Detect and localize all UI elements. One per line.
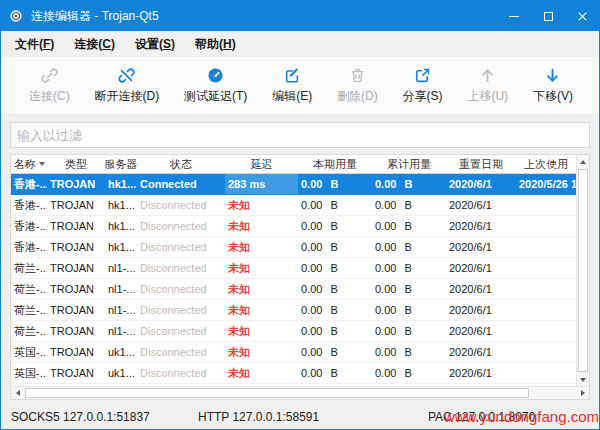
cell-type: TROJAN — [47, 237, 105, 257]
column-header-2[interactable]: 服务器 — [105, 155, 137, 173]
table-row[interactable]: 香港-...TROJANhk1...Disconnected未知0.00B0.0… — [11, 216, 576, 237]
column-header-7[interactable]: 重置日期 — [446, 155, 516, 173]
usage-unit: B — [330, 220, 337, 232]
cell-type: TROJAN — [47, 258, 105, 278]
column-header-5[interactable]: 本期用量 — [298, 155, 372, 173]
cell-latency: 未知 — [225, 279, 298, 299]
toolbar-button-share[interactable]: 分享(S) — [403, 67, 443, 105]
close-button[interactable] — [565, 1, 599, 31]
usage-unit: B — [404, 220, 411, 232]
cell-period-usage: 0.00B — [298, 300, 372, 320]
scroll-up-icon[interactable] — [577, 155, 589, 168]
scroll-left-icon[interactable] — [11, 387, 24, 399]
cell-status: Disconnected — [137, 342, 225, 362]
menu-item-c[interactable]: 连接(C) — [64, 31, 125, 57]
cell-server: hk1... — [105, 174, 137, 194]
column-header-0[interactable]: 名称 — [11, 155, 47, 173]
cell-reset-date: 2020/6/1 — [446, 258, 516, 278]
table-row[interactable]: 荷兰-...TROJANnl1-...Disconnected未知0.00B0.… — [11, 321, 576, 342]
maximize-button[interactable] — [531, 1, 565, 31]
column-header-label: 重置日期 — [459, 157, 503, 172]
menubar: 文件(F)连接(C)设置(S)帮助(H) — [1, 31, 599, 57]
cell-latency: 未知 — [225, 363, 298, 383]
cell-status: Disconnected — [137, 258, 225, 278]
toolbar-button-link-slash[interactable]: 断开连接(D) — [95, 67, 160, 105]
titlebar[interactable]: 连接编辑器 - Trojan-Qt5 — [1, 1, 599, 31]
column-header-8[interactable]: 上次使用 — [516, 155, 576, 173]
cell-type: TROJAN — [47, 216, 105, 236]
horizontal-scroll-handle[interactable] — [25, 388, 529, 398]
socks5-status: SOCKS5 127.0.0.1:51837 — [11, 410, 150, 424]
usage-unit: B — [330, 283, 337, 295]
scroll-down-icon[interactable] — [577, 373, 589, 386]
usage-unit: B — [404, 346, 411, 358]
usage-value: 0.00 — [301, 241, 322, 253]
horizontal-scrollbar[interactable] — [11, 386, 589, 399]
vertical-scrollbar[interactable] — [576, 155, 589, 386]
vertical-scroll-handle[interactable] — [578, 169, 588, 372]
cell-type: TROJAN — [47, 342, 105, 362]
cell-reset-date: 2020/6/1 — [446, 342, 516, 362]
table-row[interactable]: 英国-...TROJANuk1...Disconnected未知0.00B0.0… — [11, 363, 576, 384]
cell-total-usage: 0.00B — [372, 342, 446, 362]
usage-value: 0.00 — [375, 220, 396, 232]
menu-item-s[interactable]: 设置(S) — [125, 31, 185, 57]
toolbar-button-label: 断开连接(D) — [95, 88, 160, 105]
cell-reset-date: 2020/6/1 — [446, 300, 516, 320]
table-row[interactable]: 荷兰-...TROJANnl1-...Disconnected未知0.00B0.… — [11, 279, 576, 300]
toolbar-button-link: 连接(C) — [29, 67, 70, 105]
cell-period-usage: 0.00B — [298, 258, 372, 278]
minimize-button[interactable] — [497, 1, 531, 31]
toolbar-button-label: 删除(D) — [337, 88, 378, 105]
usage-value: 0.00 — [301, 325, 322, 337]
window-title: 连接编辑器 - Trojan-Qt5 — [31, 8, 497, 25]
column-header-label: 累计用量 — [387, 157, 431, 172]
toolbar-button-trash: 删除(D) — [337, 67, 378, 105]
toolbar-button-arrow-down[interactable]: 下移(V) — [533, 67, 573, 105]
toolbar-button-edit[interactable]: 编辑(E) — [272, 67, 312, 105]
filter-input[interactable] — [10, 122, 590, 148]
table-row[interactable]: 香港-...TROJANhk1...Disconnected未知0.00B0.0… — [11, 195, 576, 216]
usage-value: 0.00 — [375, 367, 396, 379]
cell-period-usage: 0.00B — [298, 216, 372, 236]
cell-type: TROJAN — [47, 195, 105, 215]
cell-last-used — [516, 258, 576, 278]
column-header-label: 上次使用 — [524, 157, 568, 172]
table-row[interactable]: 荷兰-...TROJANnl1-...Disconnected未知0.00B0.… — [11, 300, 576, 321]
column-header-6[interactable]: 累计用量 — [372, 155, 446, 173]
toolbar: 连接(C)断开连接(D)测试延迟(T)编辑(E)删除(D)分享(S)上移(U)下… — [1, 57, 599, 115]
cell-last-used — [516, 216, 576, 236]
cell-last-used — [516, 363, 576, 383]
cell-total-usage: 0.00B — [372, 279, 446, 299]
usage-value: 0.00 — [301, 262, 322, 274]
table-row[interactable]: 香港-...TROJANhk1...Connected283 ms0.00B0.… — [11, 174, 576, 195]
cell-server: nl1-... — [105, 258, 137, 278]
menu-item-f[interactable]: 文件(F) — [5, 31, 64, 57]
usage-value: 0.00 — [301, 220, 322, 232]
connection-table: 名称类型服务器状态延迟本期用量累计用量重置日期上次使用 香港-...TROJAN… — [10, 154, 590, 400]
table-row[interactable]: 香港-...TROJANhk1...Disconnected未知0.00B0.0… — [11, 237, 576, 258]
http-status: HTTP 127.0.0.1:58591 — [198, 410, 319, 424]
cell-last-used — [516, 300, 576, 320]
cell-reset-date: 2020/6/1 — [446, 237, 516, 257]
cell-name: 香港-... — [11, 195, 47, 215]
cell-name: 英国-... — [11, 342, 47, 362]
cell-server: nl1-... — [105, 300, 137, 320]
cell-status: Disconnected — [137, 237, 225, 257]
table-row[interactable]: 英国-...TROJANuk1...Disconnected未知0.00B0.0… — [11, 342, 576, 363]
toolbar-button-speedometer[interactable]: 测试延迟(T) — [184, 67, 247, 105]
table-row[interactable]: 荷兰-...TROJANnl1-...Disconnected未知0.00B0.… — [11, 258, 576, 279]
cell-reset-date: 2020/6/1 — [446, 216, 516, 236]
toolbar-button-label: 分享(S) — [403, 88, 443, 105]
usage-value: 0.00 — [301, 178, 322, 190]
cell-status: Disconnected — [137, 216, 225, 236]
cell-status: Connected — [137, 174, 225, 194]
close-icon — [577, 11, 588, 22]
column-header-1[interactable]: 类型 — [47, 155, 105, 173]
app-icon — [9, 9, 23, 23]
cell-total-usage: 0.00B — [372, 300, 446, 320]
scroll-right-icon[interactable] — [576, 387, 589, 399]
column-header-4[interactable]: 延迟 — [225, 155, 298, 173]
menu-item-h[interactable]: 帮助(H) — [185, 31, 246, 57]
column-header-3[interactable]: 状态 — [137, 155, 225, 173]
